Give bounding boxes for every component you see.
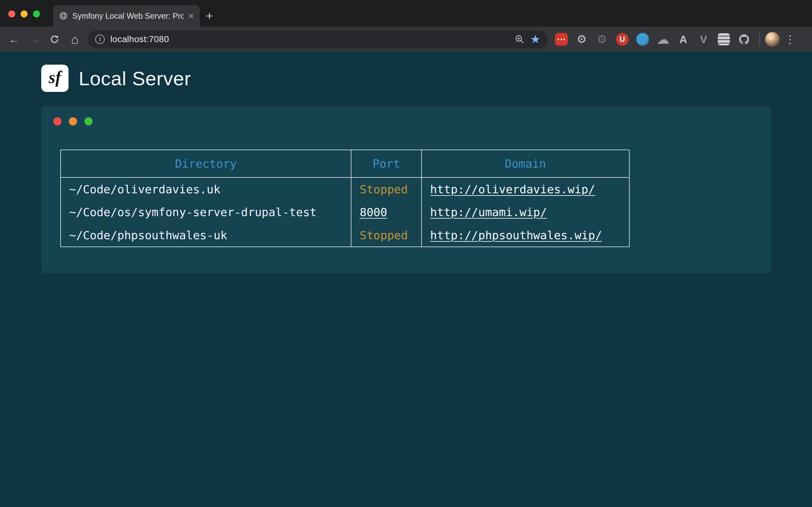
directory-cell: ~/Code/phpsouthwales-uk <box>61 224 351 247</box>
port-cell: 8000 <box>351 201 421 224</box>
domain-cell: http://umami.wip/ <box>421 201 629 224</box>
directory-cell: ~/Code/oliverdavies.uk <box>61 177 351 201</box>
list-extension-icon[interactable] <box>714 33 734 45</box>
toolbar-separator <box>759 33 760 46</box>
cloud-extension-icon[interactable]: ☁ <box>653 33 673 46</box>
servers-table: Directory Port Domain ~/Code/oliverdavie… <box>60 150 629 247</box>
header-port: Port <box>351 150 421 177</box>
status-stopped: Stopped <box>360 229 408 242</box>
port-cell: Stopped <box>351 224 421 247</box>
table-header-row: Directory Port Domain <box>61 150 629 177</box>
domain-cell: http://oliverdavies.wip/ <box>421 177 629 201</box>
header-directory: Directory <box>61 150 351 177</box>
page-content: sf Local Server Directory Port Domain <box>0 52 812 507</box>
table-row: ~/Code/oliverdavies.uk Stopped http://ol… <box>61 177 629 201</box>
ublock-extension-icon[interactable]: U <box>612 33 632 46</box>
address-bar[interactable]: i localhost:7080 ★ <box>88 31 548 48</box>
browser-menu-icon[interactable]: ⋮ <box>785 34 796 45</box>
page-title: Local Server <box>79 67 191 90</box>
domain-link[interactable]: http://oliverdavies.wip/ <box>430 183 595 196</box>
browser-toolbar: ← → ⌂ i localhost:7080 ★ ⋯ ⚙ ⚙ U ☁ A V <box>0 26 812 52</box>
red-dots-extension-icon[interactable]: ⋯ <box>551 33 571 46</box>
blue-circle-extension-icon[interactable] <box>632 33 653 46</box>
globe-favicon-icon <box>59 11 68 20</box>
window-controls <box>8 10 40 17</box>
page-info-icon[interactable]: i <box>95 35 105 44</box>
symfony-logo-text: sf <box>49 67 61 87</box>
profile-avatar[interactable] <box>765 32 780 47</box>
server-panel: Directory Port Domain ~/Code/oliverdavie… <box>41 107 771 273</box>
tab-title: Symfony Local Web Server: Prox <box>72 11 184 20</box>
panel-window-dots <box>53 117 771 125</box>
minimize-window-button[interactable] <box>20 10 28 17</box>
bookmark-star-icon[interactable]: ★ <box>530 34 541 45</box>
browser-window: Symfony Local Web Server: Prox × + ← → ⌂… <box>0 0 812 507</box>
letter-a-extension-icon[interactable]: A <box>673 34 693 45</box>
domain-link[interactable]: http://umami.wip/ <box>430 206 547 219</box>
header-domain: Domain <box>421 150 629 177</box>
letter-v-extension-icon[interactable]: V <box>693 34 714 45</box>
github-extension-icon[interactable] <box>734 33 754 45</box>
fullscreen-window-button[interactable] <box>33 10 40 17</box>
domain-link[interactable]: http://phpsouthwales.wip/ <box>430 229 602 242</box>
dark-gear-extension-icon[interactable]: ⚙ <box>592 34 612 45</box>
port-cell: Stopped <box>351 177 421 201</box>
symfony-logo: sf <box>41 65 68 92</box>
url-text[interactable]: localhost:7080 <box>110 34 169 44</box>
port-link[interactable]: 8000 <box>360 206 387 219</box>
home-icon[interactable]: ⌂ <box>65 32 85 47</box>
zoom-icon[interactable] <box>514 34 525 44</box>
panel-dot-red <box>53 117 61 125</box>
tab-strip: Symfony Local Web Server: Prox × + <box>0 0 812 26</box>
table-row: ~/Code/phpsouthwales-uk Stopped http://p… <box>61 224 629 247</box>
domain-cell: http://phpsouthwales.wip/ <box>421 224 629 247</box>
extensions-area: ⋯ ⚙ ⚙ U ☁ A V <box>551 33 754 46</box>
directory-cell: ~/Code/os/symfony-server-drupal-test <box>61 201 351 224</box>
gear-extension-icon[interactable]: ⚙ <box>571 34 592 45</box>
tab-symfony-local-web-server[interactable]: Symfony Local Web Server: Prox × <box>53 5 200 26</box>
reload-icon[interactable] <box>44 34 65 45</box>
table-row: ~/Code/os/symfony-server-drupal-test 800… <box>61 201 629 224</box>
back-icon[interactable]: ← <box>4 33 24 46</box>
new-tab-button[interactable]: + <box>200 5 219 26</box>
panel-dot-orange <box>69 117 77 125</box>
tab-close-icon[interactable]: × <box>188 11 194 21</box>
forward-icon[interactable]: → <box>24 33 44 46</box>
panel-dot-green <box>84 117 93 125</box>
close-window-button[interactable] <box>8 10 15 17</box>
status-stopped: Stopped <box>360 183 408 196</box>
page-header: sf Local Server <box>41 65 771 92</box>
